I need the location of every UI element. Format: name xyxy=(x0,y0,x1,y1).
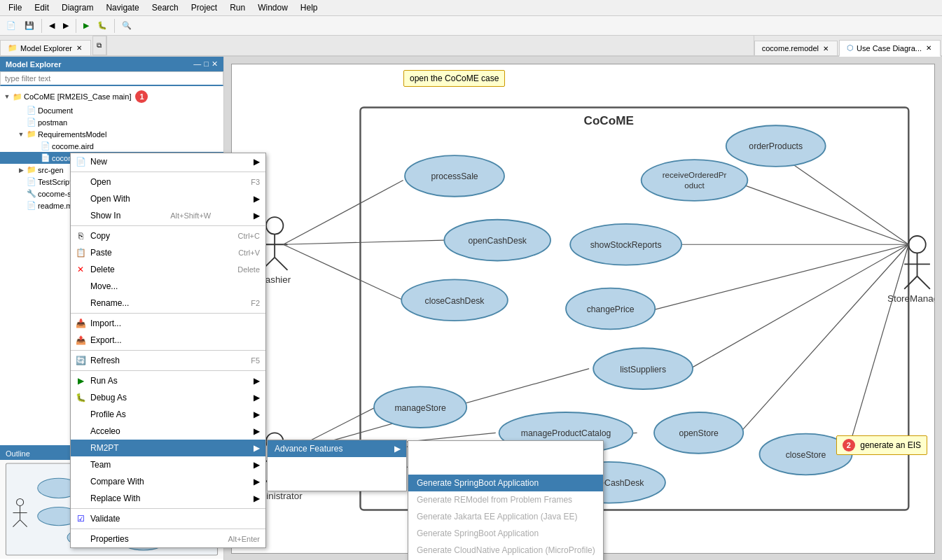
cm-show-in-arrow: ▶ xyxy=(254,211,260,220)
tab-panel-icon[interactable]: ⧉ xyxy=(92,36,106,55)
cm-delete[interactable]: ✕ Delete Delete xyxy=(71,261,265,278)
submenu-model-features-arrow: ▶ xyxy=(394,477,401,487)
submenu-advance-features-label: Advance Features xyxy=(275,444,342,454)
tab-model-explorer[interactable]: 📁 Model Explorer ✕ xyxy=(0,40,91,55)
cm-rename[interactable]: Rename... F2 xyxy=(71,295,265,312)
cm-profile-as[interactable]: Profile As ▶ xyxy=(71,406,265,423)
tree-label-aird: cocome.aird xyxy=(52,142,94,150)
svg-text:manageStore: manageStore xyxy=(394,403,446,413)
cm-acceleo[interactable]: Acceleo ▶ xyxy=(71,423,265,440)
svg-line-51 xyxy=(740,244,908,433)
cm-import[interactable]: 📥 Import... xyxy=(71,315,265,332)
panel-header: Model Explorer — □ ✕ xyxy=(0,57,223,71)
submenu2-gen-iso[interactable]: Generate ISO/IEC/IEEE 29148-2018 SRS xyxy=(408,458,603,475)
menu-run[interactable]: Run xyxy=(224,1,251,14)
cm-replace-with[interactable]: Replace With ▶ xyxy=(71,490,265,507)
menu-navigate[interactable]: Navigate xyxy=(100,1,144,14)
cm-properties[interactable]: Properties Alt+Enter xyxy=(71,531,265,547)
cm-run-as[interactable]: ▶ Run As ▶ xyxy=(71,372,265,389)
cm-export[interactable]: 📤 Export... xyxy=(71,332,265,349)
cm-team[interactable]: Team ▶ xyxy=(71,456,265,473)
menu-file[interactable]: File xyxy=(3,1,27,14)
tree-icon-remodel: 📄 xyxy=(41,153,50,162)
menu-search[interactable]: Search xyxy=(146,1,184,14)
cm-sep7 xyxy=(71,528,265,529)
tree-item-cocome[interactable]: ▼ 📁 CoCoME [RM2EIS_Case main] 1 xyxy=(0,89,223,104)
cm-acceleo-arrow: ▶ xyxy=(254,426,260,436)
svg-line-35 xyxy=(904,276,917,289)
submenu2-gen-springboot[interactable]: Generate SpringBoot Application xyxy=(408,475,603,491)
svg-text:closeStore: closeStore xyxy=(786,450,826,460)
tab-use-case-diagram[interactable]: ⬡ Use Case Diagra... ✕ xyxy=(839,40,941,57)
tree-item-postman[interactable]: 📄 postman xyxy=(0,116,223,128)
cm-team-label: Team xyxy=(90,460,111,470)
tab-model-explorer-close[interactable]: ✕ xyxy=(75,44,83,52)
menu-project[interactable]: Project xyxy=(186,1,223,14)
cm-validate[interactable]: ☑ Validate xyxy=(71,510,265,527)
cm-paste[interactable]: 📋 Paste Ctrl+V xyxy=(71,244,265,261)
panel-collapse-btn[interactable]: — xyxy=(193,59,201,69)
toolbar-save-btn[interactable]: 💾 xyxy=(21,19,38,32)
menu-help[interactable]: Help xyxy=(295,1,324,14)
tab-cocome-remodel[interactable]: cocome.remodel ✕ xyxy=(754,41,838,55)
cm-open-with[interactable]: Open With ▶ xyxy=(71,190,265,207)
toolbar-debug-btn[interactable]: 🐛 xyxy=(94,19,111,32)
toolbar-forward-btn[interactable]: ▶ xyxy=(60,19,72,32)
tab-use-case-close[interactable]: ✕ xyxy=(924,44,933,52)
cm-rename-label: Rename... xyxy=(90,298,129,308)
toolbar-back-btn[interactable]: ◀ xyxy=(46,19,58,32)
filter-input[interactable] xyxy=(0,71,223,86)
expand-reqmodel[interactable]: ▼ xyxy=(17,131,25,138)
panel-close-btn[interactable]: ✕ xyxy=(212,59,218,69)
submenu-model-features[interactable]: Model Features ▶ xyxy=(268,474,406,491)
cm-copy[interactable]: ⎘ Copy Ctrl+C xyxy=(71,227,265,244)
menu-window[interactable]: Window xyxy=(252,1,293,14)
toolbar-new-btn[interactable]: 📄 xyxy=(3,19,20,32)
tree-item-reqmodel[interactable]: ▼ 📁 RequirementsModel xyxy=(0,128,223,140)
submenu2-gen-jakarta[interactable]: Generate Jakarta EE Application (Java EE… xyxy=(408,508,603,525)
toolbar-search-btn[interactable]: 🔍 xyxy=(118,19,135,32)
tooltip-generate-eis-text: generate an EIS xyxy=(860,440,921,450)
cm-debug-as[interactable]: 🐛 Debug As ▶ xyxy=(71,389,265,406)
expand-cocome[interactable]: ▼ xyxy=(3,93,11,100)
submenu2-gen-nl[interactable]: Generate NL Contract xyxy=(408,441,603,458)
submenu2-gen-cloudnative-micro[interactable]: Generate CloudNative Application (MicroP… xyxy=(408,542,603,559)
svg-text:processSale: processSale xyxy=(431,172,478,181)
cm-team-arrow: ▶ xyxy=(254,460,260,470)
cm-copy-label: Copy xyxy=(90,231,110,241)
svg-line-50 xyxy=(690,244,908,368)
tabs-row: 📁 Model Explorer ✕ ⧉ cocome.remodel ✕ ⬡ … xyxy=(0,36,942,57)
cm-export-label: Export... xyxy=(90,335,122,345)
tree-icon-cocome-system: 🔧 xyxy=(27,189,36,198)
cm-sep6 xyxy=(71,508,265,509)
submenu2-gen-remodel[interactable]: Generate REModel from Problem Frames xyxy=(408,491,603,508)
cm-rm2pt[interactable]: RM2PT ▶ Advance Features ▶ Generate NL C… xyxy=(71,440,265,456)
submenu2-gen-springboot2[interactable]: Generate SpringBoot Application xyxy=(408,525,603,542)
rm2pt-submenu: Advance Features ▶ Generate NL Contract … xyxy=(267,440,407,491)
submenu2-gen-jakarta-label: Generate Jakarta EE Application (Java EE… xyxy=(417,512,577,522)
tab-cocome-remodel-close[interactable]: ✕ xyxy=(822,45,830,52)
cm-show-in[interactable]: Show In Alt+Shift+W ▶ xyxy=(71,207,265,224)
menu-edit[interactable]: Edit xyxy=(29,1,55,14)
panel-maximize-btn[interactable]: □ xyxy=(204,59,209,69)
tree-item-aird[interactable]: 📄 cocome.aird xyxy=(0,140,223,152)
cm-compare-with[interactable]: Compare With ▶ xyxy=(71,473,265,490)
cm-new[interactable]: 📄 New ▶ xyxy=(71,153,265,170)
tree-icon-cocome: 📁 xyxy=(13,92,22,102)
submenu-advance-features[interactable]: Advance Features ▶ Generate NL Contract … xyxy=(268,440,406,457)
cm-move[interactable]: Move... xyxy=(71,278,265,295)
cm-validate-icon: ☑ xyxy=(75,514,86,524)
cm-open[interactable]: Open F3 xyxy=(71,174,265,190)
submenu-oo-prototype[interactable]: OO Prototype ▶ xyxy=(268,457,406,474)
tree-item-document[interactable]: 📄 Document xyxy=(0,104,223,116)
cm-rm2pt-label: RM2PT xyxy=(90,443,119,453)
cm-open-label: Open xyxy=(90,177,111,187)
expand-srcgen[interactable]: ▶ xyxy=(17,167,25,174)
cm-sep4 xyxy=(71,350,265,351)
menu-diagram[interactable]: Diagram xyxy=(56,1,99,14)
tab-cocome-remodel-label: cocome.remodel xyxy=(762,44,819,52)
cm-refresh-label: Refresh xyxy=(90,356,120,365)
cm-debug-as-arrow: ▶ xyxy=(254,393,260,402)
toolbar-run-btn[interactable]: ▶ xyxy=(80,19,92,32)
cm-refresh[interactable]: 🔄 Refresh F5 xyxy=(71,352,265,369)
